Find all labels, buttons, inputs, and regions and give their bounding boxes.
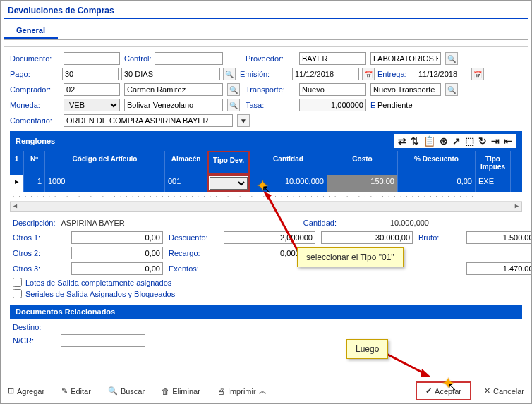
- lbl-descuento: Descuento:: [169, 233, 218, 242]
- expand-icon[interactable]: ▼: [237, 114, 250, 127]
- renglones-title: Renglones: [16, 137, 55, 145]
- cursor-icon: ↖: [447, 380, 457, 393]
- eliminar-button[interactable]: 🗑Eliminar: [157, 385, 205, 398]
- estatus-input[interactable]: [375, 99, 445, 111]
- seriales-checkbox[interactable]: [13, 289, 22, 298]
- lbl-cantidad: Cantidad:: [303, 219, 337, 227]
- arrow-annotation: [384, 352, 433, 380]
- lbl-comprador: Comprador:: [10, 85, 59, 94]
- seriales-label: Seriales de Salida Asignados y Bloqueado…: [25, 290, 175, 298]
- proveedor-code-input[interactable]: [299, 52, 366, 65]
- svg-marker-1: [421, 369, 430, 377]
- open-icon[interactable]: ⬚: [465, 135, 474, 147]
- tasa-input: [299, 99, 366, 111]
- search-icon[interactable]: 🔍: [445, 52, 458, 65]
- documento-input[interactable]: [64, 52, 120, 65]
- calendar-icon[interactable]: 📅: [471, 68, 484, 80]
- refresh-icon[interactable]: ↻: [478, 135, 487, 147]
- lbl-comentario: Comentario:: [10, 116, 59, 125]
- arrow-annotation: [262, 190, 304, 253]
- moneda-select[interactable]: VEB: [64, 99, 120, 111]
- pago-code-input[interactable]: [62, 68, 119, 80]
- tab-general[interactable]: General: [4, 23, 58, 39]
- arrows-icon[interactable]: ⇄: [398, 135, 406, 147]
- grid-header: 1 Nº Código del Artículo Almacén Tipo De…: [10, 151, 522, 175]
- check-icon: ✔: [425, 386, 432, 396]
- lbl-moneda: Moneda:: [10, 101, 59, 109]
- edit-icon: ✎: [61, 386, 68, 396]
- lbl-bruto: Bruto:: [418, 233, 461, 242]
- annotation-callout: Luego: [346, 339, 388, 359]
- close-icon: ✕: [484, 386, 490, 396]
- imprimir-button[interactable]: 🖨Imprimir ︽: [213, 384, 271, 398]
- comentario-input[interactable]: [64, 114, 233, 127]
- agregar-button[interactable]: ⊞Agregar: [4, 384, 49, 398]
- lbl-recargo: Recargo:: [169, 249, 218, 257]
- comprador-name-input[interactable]: [124, 83, 223, 96]
- search-icon[interactable]: 🔍: [227, 99, 240, 111]
- search-icon[interactable]: 🔍: [227, 83, 240, 96]
- lbl-proveedor: Proveedor:: [246, 54, 295, 63]
- tab-bar: General: [4, 23, 528, 40]
- descripcion-value: ASPIRINA BAYER: [61, 219, 125, 227]
- updown-icon[interactable]: ⇅: [411, 135, 419, 147]
- moneda-name-input[interactable]: [124, 99, 223, 111]
- lotes-checkbox[interactable]: [13, 278, 22, 287]
- otros1-input[interactable]: [71, 231, 163, 244]
- lbl-documento: Documento:: [10, 54, 59, 63]
- search-icon: 🔍: [108, 386, 118, 396]
- cancelar-button[interactable]: ✕Cancelar: [480, 384, 528, 398]
- clipboard-icon[interactable]: 📋: [423, 135, 435, 147]
- lbl-entrega: Entrega:: [377, 70, 413, 78]
- lbl-destino: Destino:: [13, 323, 41, 331]
- lbl-otros2: Otros 2:: [13, 249, 66, 257]
- annotation-callout: seleccionar el Tipo "01": [297, 247, 404, 267]
- cantidad-value: 10.000,000: [390, 219, 429, 227]
- plus-icon: ⊞: [8, 386, 14, 396]
- control-input[interactable]: [155, 52, 223, 65]
- out-icon[interactable]: ⇤: [504, 135, 512, 147]
- otros3-input[interactable]: [71, 262, 163, 275]
- emision-input[interactable]: [292, 68, 359, 80]
- comprador-code-input[interactable]: [64, 83, 120, 96]
- chevron-up-icon: ︽: [259, 386, 267, 396]
- transporte-code-input[interactable]: [299, 83, 366, 96]
- lbl-otros1: Otros 1:: [13, 233, 66, 242]
- transporte-name-input[interactable]: [370, 83, 441, 96]
- lbl-pago: Pago:: [10, 70, 59, 78]
- buscar-button[interactable]: 🔍Buscar: [104, 384, 149, 398]
- trash-icon: 🗑: [162, 387, 169, 396]
- lbl-tasa: Tasa:: [246, 101, 295, 109]
- import-icon[interactable]: ⇥: [491, 135, 500, 147]
- pago-desc-input[interactable]: [121, 68, 220, 80]
- descuento-val-input[interactable]: [321, 231, 413, 244]
- tipo-dev-select[interactable]: [210, 177, 248, 190]
- exentos-input[interactable]: [466, 262, 532, 275]
- export-icon[interactable]: ↗: [452, 135, 461, 147]
- lbl-descripcion: Descripción:: [13, 219, 56, 227]
- calendar-icon[interactable]: 📅: [362, 68, 375, 80]
- bruto-input[interactable]: [466, 231, 532, 244]
- window-title: Devoluciones de Compras: [4, 4, 528, 19]
- lbl-exentos: Exentos:: [169, 264, 218, 273]
- entrega-input[interactable]: [416, 68, 468, 80]
- ncr-input[interactable]: [61, 334, 145, 347]
- search-icon[interactable]: 🔍: [445, 83, 458, 96]
- otros2-input[interactable]: [71, 247, 163, 259]
- search-icon[interactable]: 🔍: [223, 68, 236, 80]
- docs-rel-header: Documentos Relacionados: [10, 305, 522, 319]
- lotes-label: Lotes de Salida completamente asignados: [25, 278, 171, 287]
- money-icon[interactable]: ⊛: [440, 135, 448, 147]
- lbl-transporte: Transporte:: [246, 85, 295, 94]
- renglones-header: Renglones ⇄ ⇅ 📋 ⊛ ↗ ⬚ ↻ ⇥ ⇤: [10, 131, 522, 151]
- lbl-control: Control:: [124, 54, 152, 63]
- proveedor-name-input[interactable]: [370, 52, 441, 65]
- cursor-icon: ↖: [262, 183, 271, 196]
- lbl-otros3: Otros 3:: [13, 264, 66, 273]
- lbl-ncr: N/CR:: [13, 336, 55, 345]
- print-icon: 🖨: [217, 387, 225, 396]
- lbl-emision: Emisión:: [240, 70, 289, 78]
- editar-button[interactable]: ✎Editar: [57, 384, 95, 398]
